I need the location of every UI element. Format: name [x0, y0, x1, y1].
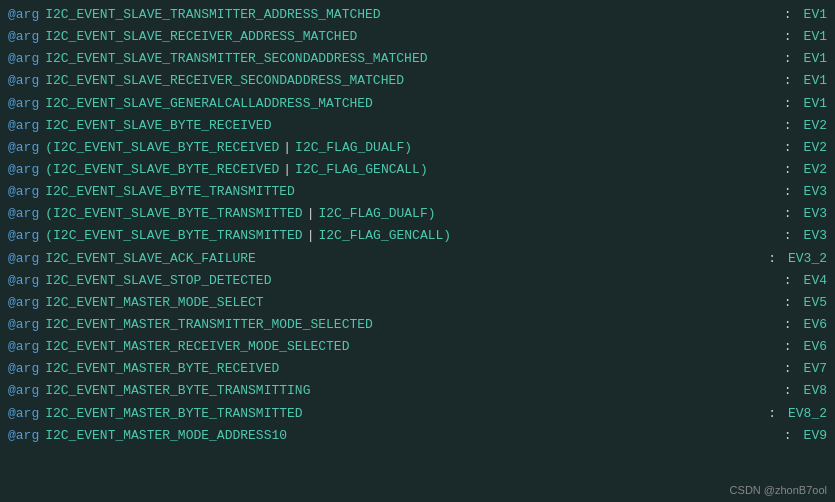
event-value: EV1	[804, 94, 827, 114]
arg-keyword: @arg	[8, 204, 39, 224]
colon: :	[768, 249, 776, 269]
event-name: I2C_EVENT_SLAVE_ACK_FAILURE	[45, 249, 256, 269]
event-value: EV4	[804, 271, 827, 291]
event-value: EV1	[804, 71, 827, 91]
close-paren: )	[428, 204, 436, 224]
arg-keyword: @arg	[8, 404, 39, 424]
event-name: I2C_EVENT_MASTER_MODE_ADDRESS10	[45, 426, 287, 446]
event-name: I2C_EVENT_SLAVE_TRANSMITTER_ADDRESS_MATC…	[45, 5, 380, 25]
colon: :	[784, 182, 792, 202]
close-paren: )	[443, 226, 451, 246]
table-row: @arg ( I2C_EVENT_SLAVE_BYTE_TRANSMITTED …	[0, 225, 835, 247]
code-container: @arg I2C_EVENT_SLAVE_TRANSMITTER_ADDRESS…	[0, 0, 835, 502]
arg-keyword: @arg	[8, 293, 39, 313]
event-name: I2C_EVENT_MASTER_BYTE_TRANSMITTED	[45, 404, 302, 424]
colon: :	[784, 94, 792, 114]
event-value: EV1	[804, 5, 827, 25]
table-row: @arg I2C_EVENT_MASTER_MODE_SELECT : EV5	[0, 292, 835, 314]
table-row: @arg I2C_EVENT_MASTER_BYTE_TRANSMITTED :…	[0, 403, 835, 425]
event-value: EV8	[804, 381, 827, 401]
arg-keyword: @arg	[8, 182, 39, 202]
event-value: EV3	[804, 226, 827, 246]
table-row: @arg I2C_EVENT_SLAVE_GENERALCALLADDRESS_…	[0, 93, 835, 115]
close-paren: )	[404, 138, 412, 158]
pipe-operator: |	[307, 226, 315, 246]
arg-keyword: @arg	[8, 271, 39, 291]
event-value: EV2	[804, 160, 827, 180]
flag-name: I2C_FLAG_DUALF	[318, 204, 427, 224]
table-row: @arg I2C_EVENT_MASTER_BYTE_TRANSMITTING …	[0, 380, 835, 402]
colon: :	[784, 315, 792, 335]
table-row: @arg I2C_EVENT_SLAVE_ACK_FAILURE : EV3_2	[0, 248, 835, 270]
table-row: @arg ( I2C_EVENT_SLAVE_BYTE_RECEIVED | I…	[0, 159, 835, 181]
table-row: @arg I2C_EVENT_SLAVE_BYTE_RECEIVED : EV2	[0, 115, 835, 137]
event-value: EV2	[804, 138, 827, 158]
arg-keyword: @arg	[8, 49, 39, 69]
table-row: @arg I2C_EVENT_SLAVE_TRANSMITTER_ADDRESS…	[0, 4, 835, 26]
table-row: @arg I2C_EVENT_MASTER_MODE_ADDRESS10 : E…	[0, 425, 835, 447]
event-name: I2C_EVENT_SLAVE_BYTE_TRANSMITTED	[53, 204, 303, 224]
arg-keyword: @arg	[8, 315, 39, 335]
table-row: @arg I2C_EVENT_SLAVE_RECEIVER_SECONDADDR…	[0, 70, 835, 92]
arg-keyword: @arg	[8, 138, 39, 158]
close-paren: )	[420, 160, 428, 180]
colon: :	[784, 49, 792, 69]
flag-name: I2C_FLAG_DUALF	[295, 138, 404, 158]
table-row: @arg ( I2C_EVENT_SLAVE_BYTE_TRANSMITTED …	[0, 203, 835, 225]
arg-keyword: @arg	[8, 359, 39, 379]
arg-keyword: @arg	[8, 337, 39, 357]
colon: :	[784, 204, 792, 224]
pipe-operator: |	[307, 204, 315, 224]
colon: :	[784, 116, 792, 136]
colon: :	[784, 359, 792, 379]
event-name: I2C_EVENT_SLAVE_BYTE_RECEIVED	[53, 138, 279, 158]
arg-keyword: @arg	[8, 5, 39, 25]
arg-keyword: @arg	[8, 249, 39, 269]
colon: :	[784, 381, 792, 401]
event-name: I2C_EVENT_SLAVE_BYTE_RECEIVED	[53, 160, 279, 180]
arg-keyword: @arg	[8, 116, 39, 136]
table-row: @arg I2C_EVENT_SLAVE_RECEIVER_ADDRESS_MA…	[0, 26, 835, 48]
open-paren: (	[45, 204, 53, 224]
arg-keyword: @arg	[8, 27, 39, 47]
colon: :	[768, 404, 776, 424]
table-row: @arg ( I2C_EVENT_SLAVE_BYTE_RECEIVED | I…	[0, 137, 835, 159]
event-name: I2C_EVENT_MASTER_MODE_SELECT	[45, 293, 263, 313]
colon: :	[784, 337, 792, 357]
arg-keyword: @arg	[8, 426, 39, 446]
event-name: I2C_EVENT_SLAVE_GENERALCALLADDRESS_MATCH…	[45, 94, 373, 114]
open-paren: (	[45, 160, 53, 180]
arg-keyword: @arg	[8, 160, 39, 180]
event-value: EV8_2	[788, 404, 827, 424]
colon: :	[784, 271, 792, 291]
colon: :	[784, 5, 792, 25]
event-name: I2C_EVENT_SLAVE_BYTE_RECEIVED	[45, 116, 271, 136]
table-row: @arg I2C_EVENT_MASTER_TRANSMITTER_MODE_S…	[0, 314, 835, 336]
colon: :	[784, 426, 792, 446]
watermark: CSDN @zhonB7ool	[730, 484, 827, 496]
event-name: I2C_EVENT_SLAVE_BYTE_TRANSMITTED	[53, 226, 303, 246]
flag-name: I2C_FLAG_GENCALL	[318, 226, 443, 246]
arg-keyword: @arg	[8, 71, 39, 91]
table-row: @arg I2C_EVENT_SLAVE_TRANSMITTER_SECONDA…	[0, 48, 835, 70]
event-name: I2C_EVENT_MASTER_TRANSMITTER_MODE_SELECT…	[45, 315, 373, 335]
event-name: I2C_EVENT_SLAVE_TRANSMITTER_SECONDADDRES…	[45, 49, 427, 69]
colon: :	[784, 226, 792, 246]
event-name: I2C_EVENT_SLAVE_STOP_DETECTED	[45, 271, 271, 291]
event-value: EV2	[804, 116, 827, 136]
event-value: EV7	[804, 359, 827, 379]
colon: :	[784, 160, 792, 180]
colon: :	[784, 27, 792, 47]
event-name: I2C_EVENT_MASTER_BYTE_TRANSMITTING	[45, 381, 310, 401]
pipe-operator: |	[283, 138, 291, 158]
table-row: @arg I2C_EVENT_MASTER_BYTE_RECEIVED : EV…	[0, 358, 835, 380]
open-paren: (	[45, 226, 53, 246]
event-value: EV3_2	[788, 249, 827, 269]
pipe-operator: |	[283, 160, 291, 180]
event-name: I2C_EVENT_SLAVE_RECEIVER_SECONDADDRESS_M…	[45, 71, 404, 91]
arg-keyword: @arg	[8, 381, 39, 401]
event-value: EV9	[804, 426, 827, 446]
event-name: I2C_EVENT_MASTER_RECEIVER_MODE_SELECTED	[45, 337, 349, 357]
open-paren: (	[45, 138, 53, 158]
event-value: EV1	[804, 49, 827, 69]
